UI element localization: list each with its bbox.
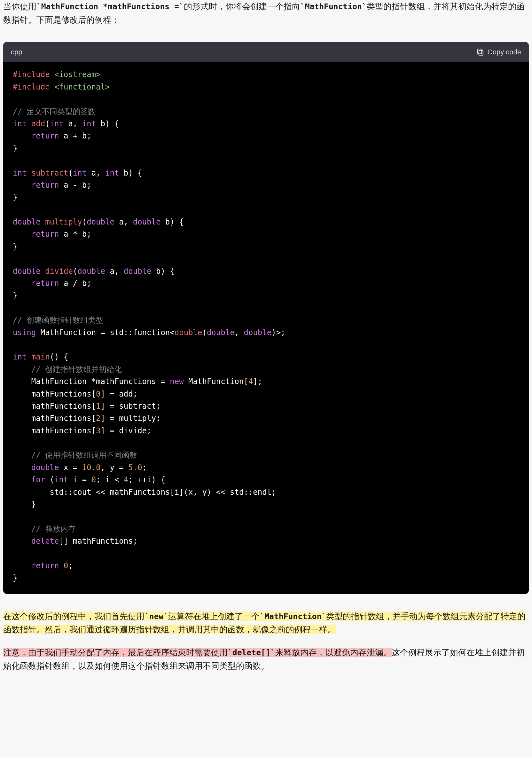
explanation-paragraph-2: 注意，由于我们手动分配了内存，最后在程序结束时需要使用`delete[]`来释放… xyxy=(0,640,532,681)
intro-code-2: `MathFunction` xyxy=(300,2,367,11)
code-content[interactable]: #include <iostream> #include <functional… xyxy=(3,62,529,593)
intro-code-1: `MathFunction *mathFunctions =` xyxy=(37,2,184,11)
explanation-text-2: 注意，由于我们手动分配了内存，最后在程序结束时需要使用`delete[]`来释放… xyxy=(3,646,529,673)
intro-paragraph: 当你使用`MathFunction *mathFunctions =`的形式时，… xyxy=(0,0,532,36)
intro-text: 当你使用`MathFunction *mathFunctions =`的形式时，… xyxy=(3,0,529,27)
explanation-text-1: 在这个修改后的例程中，我们首先使用`new`运算符在堆上创建了一个`MathFu… xyxy=(3,610,529,636)
intro-t2: 的形式时，你将会创建一个指向 xyxy=(184,2,300,11)
intro-t1: 当你使用 xyxy=(3,2,37,11)
svg-rect-1 xyxy=(477,49,482,54)
copy-code-label: Copy code xyxy=(488,46,521,58)
highlight-yellow: 在这个修改后的例程中，我们首先使用`new`运算符在堆上创建了一个`MathFu… xyxy=(3,612,526,634)
code-block: cpp Copy code #include <iostream> #inclu… xyxy=(3,42,529,594)
svg-rect-0 xyxy=(479,50,483,55)
code-header: cpp Copy code xyxy=(3,42,529,62)
code-language-label: cpp xyxy=(11,46,22,58)
copy-code-button[interactable]: Copy code xyxy=(476,46,521,58)
clipboard-icon xyxy=(476,48,484,56)
highlight-red: 注意，由于我们手动分配了内存，最后在程序结束时需要使用`delete[]`来释放… xyxy=(3,648,392,657)
explanation-paragraph-1: 在这个修改后的例程中，我们首先使用`new`运算符在堆上创建了一个`MathFu… xyxy=(0,600,532,640)
